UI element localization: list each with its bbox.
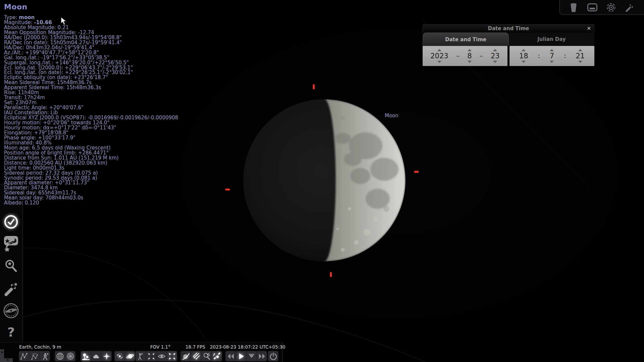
satellites-button[interactable] bbox=[212, 351, 222, 361]
time-forward-button[interactable] bbox=[257, 351, 267, 361]
play-icon bbox=[237, 352, 245, 360]
day-up-arrow[interactable] bbox=[493, 49, 497, 51]
month-value[interactable]: 8 bbox=[467, 52, 472, 60]
saturn-icon bbox=[126, 352, 134, 360]
astrolabe-icon bbox=[3, 303, 19, 319]
day-spinbox: 23 bbox=[491, 49, 500, 63]
time-rewind-button[interactable] bbox=[226, 351, 235, 361]
sky-options-icon bbox=[3, 235, 19, 252]
constellation-lines-button[interactable] bbox=[19, 351, 29, 361]
datetime-dialog: Date and Time ✕ Date and Time Julian Day… bbox=[423, 24, 594, 66]
time-now-button[interactable] bbox=[247, 351, 256, 361]
year-value[interactable]: 2023 bbox=[430, 52, 448, 60]
mouse-cursor bbox=[61, 17, 67, 25]
satellite-icon bbox=[213, 352, 221, 360]
night-mode-button[interactable] bbox=[157, 351, 166, 361]
selection-marker-left bbox=[225, 189, 230, 190]
bottom-bar: Earth, Cochin, 9 m FOV 1.1° 18.7 FPS 202… bbox=[0, 342, 282, 362]
moon-render[interactable] bbox=[242, 98, 407, 262]
fast-forward-icon bbox=[258, 352, 266, 360]
meteor-search-icon bbox=[203, 352, 211, 360]
meteor-shower-icon bbox=[192, 352, 200, 360]
nebulas-button[interactable] bbox=[115, 351, 124, 361]
cardinal-points-button[interactable] bbox=[102, 351, 111, 361]
mount-switch-button[interactable] bbox=[136, 351, 146, 361]
object-info-panel: Moon Type: moon Magnitude: -10.66 Absolu… bbox=[4, 3, 178, 205]
status-location[interactable]: Earth, Cochin, 9 m bbox=[19, 344, 61, 350]
center-on-object-button[interactable] bbox=[146, 351, 156, 361]
time-spin-group: 18 : 7 : 21 bbox=[509, 46, 594, 66]
exoplanet-icon bbox=[182, 352, 190, 360]
month-up-arrow[interactable] bbox=[468, 49, 472, 51]
ground-icon bbox=[82, 352, 90, 360]
meteor-search-button[interactable] bbox=[202, 351, 211, 361]
tab-date-and-time[interactable]: Date and Time bbox=[423, 33, 509, 46]
minute-up-arrow[interactable] bbox=[550, 49, 554, 51]
year-up-arrow[interactable] bbox=[437, 49, 441, 51]
quit-button[interactable] bbox=[268, 351, 278, 361]
minute-spinbox: 7 bbox=[550, 49, 554, 63]
meteor-showers-button[interactable] bbox=[191, 351, 201, 361]
day-value[interactable]: 23 bbox=[491, 52, 500, 60]
constellation-art-button[interactable] bbox=[40, 351, 50, 361]
configuration-window-button[interactable] bbox=[3, 281, 19, 297]
observer-mount-icon bbox=[137, 352, 145, 360]
second-up-arrow[interactable] bbox=[578, 49, 582, 51]
target-icon[interactable] bbox=[606, 3, 616, 12]
info-line: Albedo: 0.120 bbox=[4, 200, 178, 205]
constellation-labels-icon: orion bbox=[31, 352, 39, 360]
eye-icon bbox=[158, 352, 166, 360]
object-info-lines: Type: moon Magnitude: -10.66 Absolute Ma… bbox=[4, 15, 178, 205]
minute-value[interactable]: 7 bbox=[550, 52, 554, 60]
constellation-lines-icon bbox=[20, 352, 28, 360]
help-window-button[interactable]: ? bbox=[6, 325, 16, 340]
sky-viewing-options-button[interactable] bbox=[3, 235, 19, 252]
hour-up-arrow[interactable] bbox=[522, 49, 526, 51]
day-down-arrow[interactable] bbox=[493, 61, 497, 63]
time-play-button[interactable] bbox=[236, 351, 246, 361]
wrench-icon[interactable] bbox=[625, 3, 635, 12]
cardinal-star-icon bbox=[103, 352, 111, 360]
azimuthal-grid-button[interactable] bbox=[65, 351, 75, 361]
fullscreen-arrows-icon bbox=[168, 352, 176, 360]
constellation-art-icon bbox=[41, 352, 49, 360]
year-down-arrow[interactable] bbox=[437, 61, 441, 63]
status-datetime[interactable]: 2023-08-23 18:07:22 UTC+05:30 bbox=[210, 344, 285, 350]
search-window-button[interactable] bbox=[4, 259, 18, 273]
corner-handle[interactable] bbox=[0, 349, 13, 362]
planet-labels-button[interactable] bbox=[125, 351, 135, 361]
atmosphere-button[interactable] bbox=[91, 351, 101, 361]
spiral-galaxy-icon bbox=[116, 352, 124, 360]
second-value[interactable]: 21 bbox=[576, 52, 585, 60]
ground-button[interactable] bbox=[81, 351, 91, 361]
exoplanets-button[interactable] bbox=[181, 351, 191, 361]
screen-icon[interactable] bbox=[587, 3, 597, 11]
constellation-labels-button[interactable]: orion bbox=[30, 351, 39, 361]
status-fps: 18.7 FPS bbox=[185, 344, 205, 350]
trash-icon[interactable] bbox=[569, 3, 578, 12]
hour-value[interactable]: 18 bbox=[519, 52, 528, 60]
power-icon bbox=[269, 352, 277, 360]
astronomical-calculations-button[interactable] bbox=[3, 303, 19, 319]
date-spin-group: 2023 – 8 – 23 bbox=[423, 46, 507, 66]
datetime-dialog-tabs: Date and Time Julian Day bbox=[423, 33, 594, 46]
datetime-dialog-titlebar[interactable]: Date and Time ✕ bbox=[423, 24, 594, 33]
fullscreen-button[interactable] bbox=[167, 351, 177, 361]
svg-text:orion: orion bbox=[32, 353, 37, 355]
datetime-window-button[interactable] bbox=[3, 214, 19, 230]
bottom-toolbar: orion bbox=[0, 351, 282, 362]
equatorial-grid-button[interactable] bbox=[55, 351, 65, 361]
tab-julian-day[interactable]: Julian Day bbox=[509, 33, 594, 46]
hour-down-arrow[interactable] bbox=[522, 61, 526, 63]
minute-down-arrow[interactable] bbox=[550, 61, 554, 63]
svg-text:?: ? bbox=[7, 325, 15, 340]
datetime-dialog-title: Date and Time bbox=[488, 25, 529, 32]
month-down-arrow[interactable] bbox=[468, 61, 472, 63]
set-time-now-icon bbox=[248, 352, 256, 360]
left-toolbar: ? bbox=[0, 184, 23, 343]
date-separator: – bbox=[456, 52, 460, 60]
selection-marker-bottom bbox=[330, 272, 332, 277]
second-down-arrow[interactable] bbox=[578, 61, 582, 63]
close-icon[interactable]: ✕ bbox=[587, 24, 591, 33]
time-separator: : bbox=[564, 52, 566, 60]
